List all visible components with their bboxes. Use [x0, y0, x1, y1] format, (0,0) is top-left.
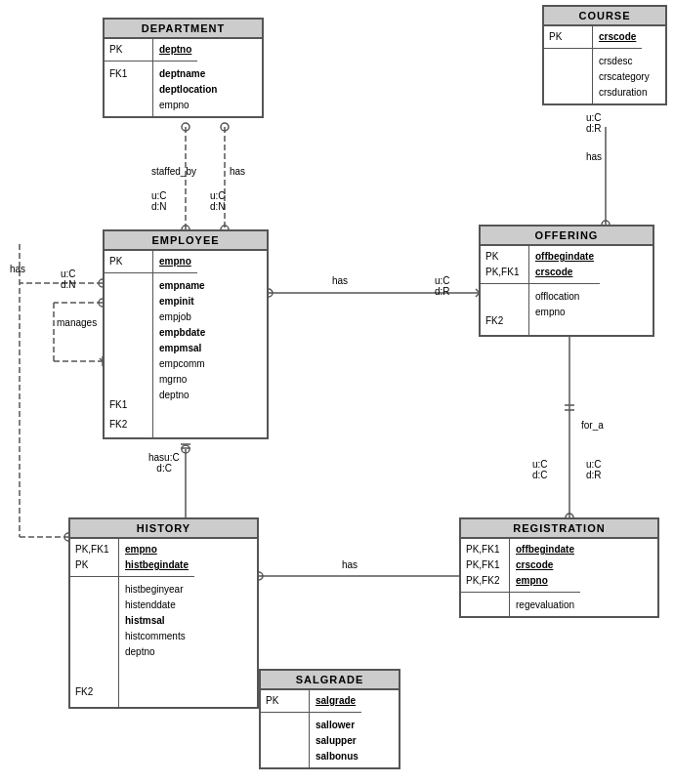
salgrade-entity: SALGRADE PK salgrade sallower salupper s…	[259, 669, 400, 769]
course-title: COURSE	[544, 7, 665, 26]
course-attrs: crsdesc crscategory crsduration	[593, 49, 655, 103]
offering-fk-keys: . FK2	[481, 284, 529, 335]
department-entity: DEPARTMENT PK deptno FK1 deptname deptlo…	[103, 18, 264, 118]
has-course-off-label: has	[586, 151, 602, 162]
salgrade-pk-keys: PK	[261, 690, 310, 713]
employee-pk-attrs: empno	[153, 251, 197, 273]
ucd-course-off: u:Cd:R	[586, 112, 602, 134]
course-pk-keys: PK	[544, 26, 593, 49]
has-hist-reg-label: has	[342, 559, 358, 570]
ucd-has-left: u:Cd:N	[61, 268, 76, 290]
ucd-emp-off1: u:Cd:R	[435, 275, 450, 297]
ucd-has-dept: u:Cd:N	[210, 190, 226, 212]
for-a-label: for_a	[581, 420, 604, 431]
department-fk-keys: FK1	[105, 62, 153, 116]
history-entity: HISTORY PK,FK1 PK empno histbegindate . …	[68, 517, 259, 709]
history-title: HISTORY	[70, 519, 257, 539]
history-pk-keys: PK,FK1 PK	[70, 539, 119, 577]
diagram-container: staffed_by has manages has has has for_a…	[0, 0, 674, 784]
salgrade-title: SALGRADE	[261, 671, 399, 690]
department-fk-attrs: deptname deptlocation empno	[153, 62, 223, 116]
salgrade-attrs: sallower salupper salbonus	[310, 713, 364, 767]
offering-pk-attrs: offbegindate crscode	[529, 246, 600, 284]
department-pk-attrs: deptno	[153, 39, 197, 62]
department-pk-keys: PK	[105, 39, 153, 62]
department-title: DEPARTMENT	[105, 20, 262, 39]
registration-pk-keys: PK,FK1 PK,FK1 PK,FK2	[461, 539, 510, 593]
employee-fk-keys: . . . . . . FK1 FK2	[105, 273, 153, 437]
has-left-label: has	[10, 264, 25, 274]
salgrade-fk-keys	[261, 713, 310, 767]
manages-label: manages	[57, 317, 97, 328]
svg-point-1	[182, 123, 190, 131]
has-dept-emp-label: has	[230, 166, 245, 177]
employee-attrs: empname empinit empjob empbdate empmsal …	[153, 273, 211, 437]
employee-pk-keys: PK	[105, 251, 153, 273]
offering-pk-keys: PK PK,FK1	[481, 246, 529, 284]
course-fk-keys	[544, 49, 593, 103]
registration-attrs: regevaluation	[510, 593, 580, 616]
offering-attrs: offlocation empno	[529, 284, 585, 335]
employee-title: EMPLOYEE	[105, 231, 267, 251]
ucd-staffed-by: u:Cd:N	[151, 190, 167, 212]
ucd-emp-hist: hasu:C d:C	[148, 452, 180, 474]
course-entity: COURSE PK crscode crsdesc crscategory cr…	[542, 5, 667, 105]
registration-pk-attrs: offbegindate crscode empno	[510, 539, 580, 593]
salgrade-pk-attrs: salgrade	[310, 690, 361, 713]
course-pk-attrs: crscode	[593, 26, 642, 49]
ucd-off-reg1: u:Cd:C	[532, 459, 548, 480]
svg-point-6	[221, 123, 229, 131]
history-attrs: histbeginyear histenddate histmsal histc…	[119, 577, 191, 707]
svg-point-33	[182, 445, 190, 453]
registration-fk-keys	[461, 593, 510, 616]
employee-entity: EMPLOYEE PK empno . . . . . . FK1 FK2 em…	[103, 229, 269, 439]
history-fk-keys: . . . . FK2	[70, 577, 119, 707]
has-emp-off-label: has	[332, 275, 348, 286]
staffed-by-label: staffed_by	[151, 166, 196, 177]
history-pk-attrs: empno histbegindate	[119, 539, 194, 577]
offering-entity: OFFERING PK PK,FK1 offbegindate crscode …	[479, 225, 654, 337]
registration-entity: REGISTRATION PK,FK1 PK,FK1 PK,FK2 offbeg…	[459, 517, 659, 618]
offering-title: OFFERING	[481, 227, 653, 246]
registration-title: REGISTRATION	[461, 519, 657, 539]
ucd-off-reg2: u:Cd:R	[586, 459, 602, 480]
